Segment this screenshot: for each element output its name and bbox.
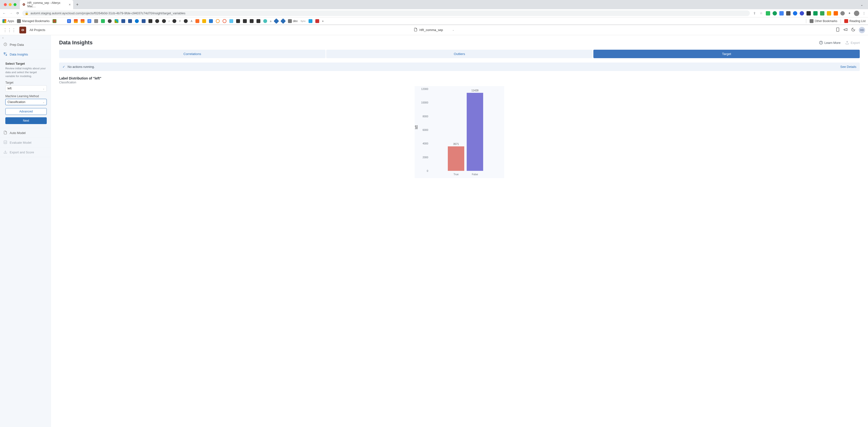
nav-back-icon[interactable]: ←	[2, 11, 6, 15]
close-window-button[interactable]	[4, 3, 7, 6]
bookmark-icon[interactable]	[108, 19, 112, 23]
bookmark-icon[interactable]	[263, 19, 267, 23]
maximize-window-button[interactable]	[13, 3, 17, 6]
sidebar-item-auto-model[interactable]: Auto Model	[0, 128, 51, 138]
address-bar[interactable]: 🔒 automl.staging.automl.ayxcloud.com/pro…	[22, 10, 750, 16]
extension-icon[interactable]	[766, 11, 770, 16]
extension-icon[interactable]	[806, 11, 811, 16]
sidebar-item-export-score[interactable]: Export and Score	[0, 148, 51, 157]
bookmark-icon[interactable]	[250, 19, 254, 23]
extension-icon[interactable]	[800, 11, 804, 16]
sidebar-item-evaluate-model[interactable]: Evaluate Model	[0, 138, 51, 148]
dev-folder[interactable]: dev	[288, 19, 298, 23]
bookmark-icon[interactable]	[81, 19, 85, 23]
tabs-overflow-icon[interactable]: ⌄	[858, 3, 866, 6]
app-body: ‹ Prep Data Data Insights Select Target …	[0, 35, 868, 427]
tab-outliers[interactable]: Outliers	[326, 50, 593, 58]
extension-icon[interactable]	[773, 11, 777, 16]
bookmark-icon[interactable]	[216, 19, 220, 23]
all-projects-link[interactable]: All Projects	[30, 28, 45, 32]
other-bookmarks-folder[interactable]: Other Bookmarks	[810, 19, 837, 23]
bookmark-icon[interactable]: a	[270, 20, 272, 23]
sidebar-item-prep-data[interactable]: Prep Data	[0, 40, 51, 50]
bookmark-icon[interactable]	[315, 19, 319, 23]
bookmark-icon[interactable]: n	[67, 19, 71, 23]
extension-icon[interactable]	[820, 11, 825, 16]
tab-correlations[interactable]: Correlations	[59, 50, 326, 58]
learn-more-link[interactable]: Learn More	[819, 41, 840, 45]
share-icon[interactable]: ⇪	[752, 11, 756, 15]
tab-close-icon[interactable]: ×	[69, 3, 71, 6]
extension-icon[interactable]	[827, 11, 831, 16]
bookmark-icon[interactable]	[53, 19, 56, 23]
nav-reload-icon[interactable]: ⟳	[16, 11, 20, 15]
apps-grid-icon[interactable]: ⋮⋮⋮	[3, 27, 16, 33]
bookmark-icon[interactable]	[195, 19, 199, 23]
bookmark-icon[interactable]: 15	[87, 19, 91, 23]
bookmark-icon[interactable]	[309, 19, 312, 23]
bookmark-icon[interactable]	[155, 19, 159, 23]
extension-icon[interactable]	[813, 11, 817, 16]
nav-forward-icon[interactable]: →	[9, 11, 13, 15]
managed-bookmarks-folder[interactable]: Managed Bookmarks	[17, 19, 50, 23]
bookmark-icon[interactable]	[273, 18, 279, 24]
bookmark-icon[interactable]	[149, 19, 152, 23]
bookmark-icon[interactable]	[94, 19, 98, 23]
bookmark-icon[interactable]	[243, 19, 247, 23]
kebab-menu-icon[interactable]: ⋮	[862, 11, 866, 15]
bookmark-icon[interactable]	[162, 19, 166, 23]
bookmark-icon[interactable]	[229, 19, 233, 23]
app-logo[interactable]	[20, 27, 26, 33]
bookmark-icon[interactable]	[74, 19, 78, 23]
profile-avatar[interactable]	[854, 11, 859, 16]
bookmark-icon[interactable]: r	[169, 20, 170, 23]
bookmark-icon[interactable]	[209, 19, 213, 23]
bookmark-icon[interactable]	[121, 19, 125, 23]
bookmarks-overflow-icon[interactable]: »	[322, 19, 324, 23]
bookmark-icon[interactable]	[115, 19, 118, 23]
bookmark-icon[interactable]	[223, 19, 226, 23]
advanced-button[interactable]: Advanced	[5, 108, 47, 115]
method-select[interactable]: Classification ⌄	[5, 99, 47, 105]
bookmark-icon[interactable]	[101, 19, 105, 23]
y-tick: 8000	[418, 115, 428, 118]
bookmark-icon[interactable]: A	[191, 20, 192, 23]
bookmark-icon[interactable]	[142, 19, 146, 23]
sidebar-item-data-insights[interactable]: Data Insights	[0, 50, 51, 59]
extension-icon[interactable]	[834, 11, 838, 16]
main-content: Data Insights Learn More Export Correlat…	[51, 35, 868, 427]
next-button[interactable]: Next	[5, 117, 47, 124]
panel-title: Select Target	[5, 62, 47, 65]
user-avatar[interactable]: HD	[859, 27, 865, 33]
extension-icon[interactable]	[793, 11, 797, 16]
y-axis-label: left	[414, 125, 418, 129]
reading-list-button[interactable]: Reading List	[844, 19, 866, 23]
file-dropdown-icon[interactable]: ⌄	[445, 28, 454, 31]
bookmark-icon[interactable]	[135, 19, 139, 23]
bookmark-icon[interactable]	[202, 19, 206, 23]
see-details-link[interactable]: See Details	[840, 65, 857, 68]
device-icon[interactable]	[836, 27, 840, 32]
bookmark-icon[interactable]	[256, 19, 260, 23]
bookmark-icon[interactable]	[128, 19, 132, 23]
extensions-icon[interactable]: ✦	[847, 11, 851, 15]
target-select[interactable]: left ⌄	[5, 85, 47, 92]
extension-icon[interactable]	[779, 11, 784, 16]
bookmark-icon[interactable]	[236, 19, 240, 23]
extension-icon[interactable]	[786, 11, 790, 16]
bookmark-icon[interactable]: Syno	[301, 20, 306, 22]
announce-icon[interactable]	[843, 27, 848, 32]
minimize-window-button[interactable]	[9, 3, 11, 6]
new-tab-button[interactable]: +	[74, 2, 80, 7]
bookmark-icon[interactable]	[173, 19, 176, 23]
browser-tab[interactable]: HR_comma_sep - Alteryx Mac… ×	[20, 0, 73, 9]
bookmark-icon[interactable]: F	[179, 20, 181, 23]
extension-icon[interactable]	[840, 11, 845, 16]
theme-toggle-icon[interactable]	[851, 27, 856, 32]
bookmark-icon[interactable]	[184, 19, 188, 23]
tab-target[interactable]: Target	[593, 50, 860, 58]
apps-shortcut[interactable]: Apps	[2, 19, 14, 23]
bookmark-icon[interactable]	[280, 18, 286, 24]
sidebar-collapse-icon[interactable]: ‹	[0, 35, 51, 40]
bookmark-star-icon[interactable]: ☆	[759, 11, 764, 15]
